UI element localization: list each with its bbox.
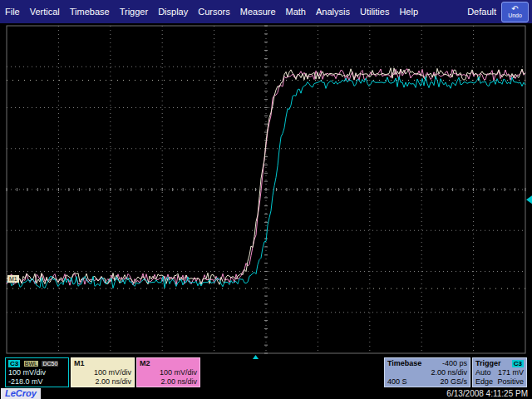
timebase-samples: 400 S [387, 377, 407, 387]
undo-button-label: Undo [508, 12, 522, 18]
trigger-descriptor[interactable]: Trigger C3 Auto 171 mV Edge Positive [472, 357, 527, 387]
trigger-level: 171 mV [498, 368, 524, 377]
memory-m2-descriptor[interactable]: M2 100 mV/div 2.00 ns/div [136, 357, 200, 387]
menu-cursors[interactable]: Cursors [194, 7, 234, 17]
c3-bandwidth-limit-badge: BWL [24, 361, 38, 367]
menu-trigger[interactable]: Trigger [116, 7, 152, 17]
trace-zero-marker[interactable]: M1 [7, 275, 19, 283]
c3-offset: -218.0 mV [8, 377, 43, 387]
oscilloscope-screen: File Vertical Timebase Trigger Display C… [0, 0, 532, 399]
menu-help[interactable]: Help [395, 7, 422, 17]
timebase-sample-rate: 20 GS/s [440, 377, 467, 387]
menu-timebase[interactable]: Timebase [66, 7, 114, 17]
menu-display[interactable]: Display [154, 7, 192, 17]
timebase-per-div: 2.00 ns/div [431, 368, 467, 377]
m2-time-per-div: 2.00 ns/div [160, 377, 197, 387]
default-setup-label[interactable]: Default [467, 7, 496, 17]
c3-header-tags: C3 BWL DC50 [8, 359, 58, 368]
m1-volts-per-div: 100 mV/div [94, 368, 131, 377]
lecroy-logo: LeCroy [1, 388, 41, 399]
trigger-label: Trigger [475, 359, 501, 368]
channel-c3-descriptor[interactable]: C3 BWL DC50 100 mV/div -218.0 mV [5, 357, 69, 387]
menu-file[interactable]: File [1, 7, 24, 17]
menu-bar: File Vertical Timebase Trigger Display C… [0, 0, 532, 23]
c3-coupling-badge: DC50 [42, 361, 58, 367]
trace-m1 [7, 68, 525, 285]
menu-utilities[interactable]: Utilities [356, 7, 393, 17]
menu-measure[interactable]: Measure [236, 7, 280, 17]
undo-icon: ↶ [511, 5, 518, 12]
menu-math[interactable]: Math [282, 7, 310, 17]
trigger-slope: Positive [497, 377, 524, 387]
trigger-level-marker[interactable] [526, 195, 532, 204]
c3-label: C3 [8, 360, 20, 367]
undo-button[interactable]: ↶ Undo [501, 2, 529, 22]
c3-volts-per-div: 100 mV/div [8, 368, 46, 377]
trigger-type: Edge [475, 377, 493, 387]
c3-header: C3 BWL DC50 [8, 359, 66, 368]
m2-volts-per-div: 100 mV/div [160, 368, 197, 377]
status-bar: LeCroy 6/13/2008 4:11:25 PM [0, 387, 532, 399]
trace-c3 [7, 76, 525, 288]
timebase-label: Timebase [387, 359, 421, 368]
trigger-mode: Auto [475, 368, 491, 377]
descriptor-row: C3 BWL DC50 100 mV/div -218.0 mV M1 100 … [5, 357, 527, 387]
menu-vertical[interactable]: Vertical [26, 7, 64, 17]
datetime-display: 6/13/2008 4:11:25 PM [446, 389, 528, 398]
m1-time-per-div: 2.00 ns/div [95, 377, 131, 387]
timebase-delay: -400 ps [442, 359, 467, 368]
memory-m1-descriptor[interactable]: M1 100 mV/div 2.00 ns/div [71, 357, 135, 387]
m1-label: M1 [74, 359, 85, 368]
waveform-display[interactable] [0, 23, 532, 359]
timebase-descriptor[interactable]: Timebase -400 ps 2.00 ns/div 400 S 20 GS… [384, 357, 470, 387]
m2-label: M2 [140, 359, 150, 368]
trigger-source-badge: C3 [512, 360, 524, 367]
menu-analysis[interactable]: Analysis [312, 7, 354, 17]
